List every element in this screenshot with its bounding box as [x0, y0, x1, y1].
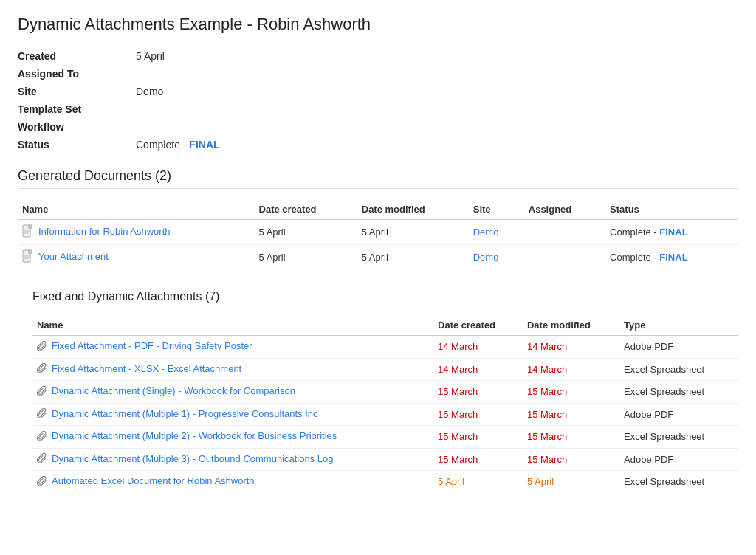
att-name-cell: Fixed Attachment - PDF - Driving Safety … [32, 336, 433, 359]
att-col-type: Type [619, 315, 738, 336]
att-type: Excel Spreadsheet [619, 381, 738, 404]
assigned-to-label: Assigned To [18, 65, 136, 83]
svg-rect-6 [29, 250, 32, 253]
generated-docs-table: Name Date created Date modified Site Ass… [18, 199, 738, 269]
att-type: Excel Spreadsheet [619, 358, 738, 381]
att-date-modified: 14 March [523, 336, 619, 359]
att-date-modified: 15 March [523, 448, 619, 471]
attachment-icon [37, 476, 47, 486]
table-row: Fixed Attachment - PDF - Driving Safety … [32, 336, 738, 359]
att-date-created: 14 March [433, 336, 523, 359]
att-type: Adobe PDF [619, 448, 738, 471]
status-value: Complete - FINAL [136, 136, 220, 154]
template-set-label: Template Set [18, 100, 136, 118]
created-label: Created [18, 47, 136, 65]
generated-docs-section: Generated Documents (2) Name Date create… [18, 168, 738, 269]
att-name-link[interactable]: Dynamic Attachment (Multiple 2) - Workbo… [52, 430, 337, 441]
att-type: Adobe PDF [619, 336, 738, 359]
status-final: FINAL [189, 139, 219, 151]
page-title: Dynamic Attachments Example - Robin Ashw… [18, 15, 738, 34]
doc-name-link[interactable]: Information for Robin Ashworth [38, 226, 170, 237]
workflow-label: Workflow [18, 118, 136, 136]
att-name-cell: Dynamic Attachment (Multiple 1) - Progre… [32, 403, 433, 426]
att-date-modified: 14 March [523, 358, 619, 381]
svg-rect-1 [29, 225, 32, 228]
table-row: Information for Robin Ashworth 5 April 5… [18, 220, 738, 245]
att-type: Adobe PDF [619, 403, 738, 426]
status-label: Status [18, 136, 136, 154]
template-set-value [136, 100, 220, 118]
att-name-link[interactable]: Dynamic Attachment (Multiple 1) - Progre… [52, 408, 318, 419]
att-col-name: Name [32, 315, 433, 336]
att-date-created: 15 March [433, 426, 523, 449]
doc-name-cell: Your Attachment [18, 245, 255, 270]
attachment-icon [37, 431, 47, 441]
att-date-created: 15 March [433, 403, 523, 426]
doc-date-created: 5 April [255, 245, 357, 270]
att-date-created: 15 March [433, 381, 523, 404]
att-date-modified: 15 March [523, 381, 619, 404]
att-date-modified: 5 April [523, 471, 619, 493]
attachment-icon [37, 408, 47, 418]
attachment-icon [37, 386, 47, 396]
site-label: Site [18, 83, 136, 100]
att-date-modified: 15 March [523, 426, 619, 449]
doc-name-link[interactable]: Your Attachment [38, 251, 109, 262]
doc-name-cell: Information for Robin Ashworth [18, 220, 255, 245]
att-type: Excel Spreadsheet [619, 471, 738, 493]
doc-status: Complete - FINAL [605, 220, 738, 245]
att-name-link[interactable]: Automated Excel Document for Robin Ashwo… [52, 475, 255, 486]
site-value: Demo [136, 83, 220, 100]
meta-section: Created 5 April Assigned To Site Demo Te… [18, 47, 220, 154]
att-date-modified: 15 March [523, 403, 619, 426]
attachment-icon [37, 453, 47, 463]
table-row: Dynamic Attachment (Single) - Workbook f… [32, 381, 738, 404]
attachment-icon [37, 341, 47, 351]
table-row: Automated Excel Document for Robin Ashwo… [32, 471, 738, 493]
col-site: Site [469, 199, 524, 220]
table-row: Dynamic Attachment (Multiple 3) - Outbou… [32, 448, 738, 471]
col-name: Name [18, 199, 255, 220]
att-name-link[interactable]: Fixed Attachment - XLSX - Excel Attachme… [52, 363, 241, 374]
generated-docs-heading: Generated Documents (2) [18, 168, 738, 189]
workflow-value [136, 118, 220, 136]
col-date-created: Date created [255, 199, 357, 220]
status-prefix: Complete - [136, 139, 189, 151]
assigned-to-value [136, 65, 220, 83]
att-date-created: 15 March [433, 448, 523, 471]
table-row: Your Attachment 5 April 5 April Demo Com… [18, 245, 738, 270]
doc-site: Demo [469, 245, 524, 270]
doc-date-modified: 5 April [357, 245, 469, 270]
att-name-cell: Automated Excel Document for Robin Ashwo… [32, 471, 433, 493]
att-type: Excel Spreadsheet [619, 426, 738, 449]
col-date-modified: Date modified [357, 199, 469, 220]
doc-status: Complete - FINAL [605, 245, 738, 270]
attachment-icon [37, 363, 47, 373]
att-col-date-modified: Date modified [523, 315, 619, 336]
att-name-cell: Dynamic Attachment (Multiple 3) - Outbou… [32, 448, 433, 471]
attachments-heading: Fixed and Dynamic Attachments (7) [32, 290, 738, 306]
created-value: 5 April [136, 47, 220, 65]
doc-site: Demo [469, 220, 524, 245]
document-icon [22, 249, 34, 263]
att-date-created: 5 April [433, 471, 523, 493]
att-date-created: 14 March [433, 358, 523, 381]
att-name-cell: Dynamic Attachment (Single) - Workbook f… [32, 381, 433, 404]
document-icon [22, 224, 34, 238]
attachments-table: Name Date created Date modified Type Fix… [32, 315, 738, 493]
col-status: Status [605, 199, 738, 220]
att-name-link[interactable]: Dynamic Attachment (Single) - Workbook f… [52, 385, 295, 396]
doc-date-created: 5 April [255, 220, 357, 245]
att-name-link[interactable]: Fixed Attachment - PDF - Driving Safety … [52, 340, 252, 351]
att-col-date-created: Date created [433, 315, 523, 336]
att-name-cell: Dynamic Attachment (Multiple 2) - Workbo… [32, 426, 433, 449]
table-row: Dynamic Attachment (Multiple 2) - Workbo… [32, 426, 738, 449]
att-name-link[interactable]: Dynamic Attachment (Multiple 3) - Outbou… [52, 453, 334, 464]
attachments-section: Fixed and Dynamic Attachments (7) Name D… [32, 290, 738, 493]
col-assigned: Assigned [524, 199, 605, 220]
doc-assigned [524, 220, 605, 245]
doc-assigned [524, 245, 605, 270]
att-name-cell: Fixed Attachment - XLSX - Excel Attachme… [32, 358, 433, 381]
doc-date-modified: 5 April [357, 220, 469, 245]
table-row: Fixed Attachment - XLSX - Excel Attachme… [32, 358, 738, 381]
